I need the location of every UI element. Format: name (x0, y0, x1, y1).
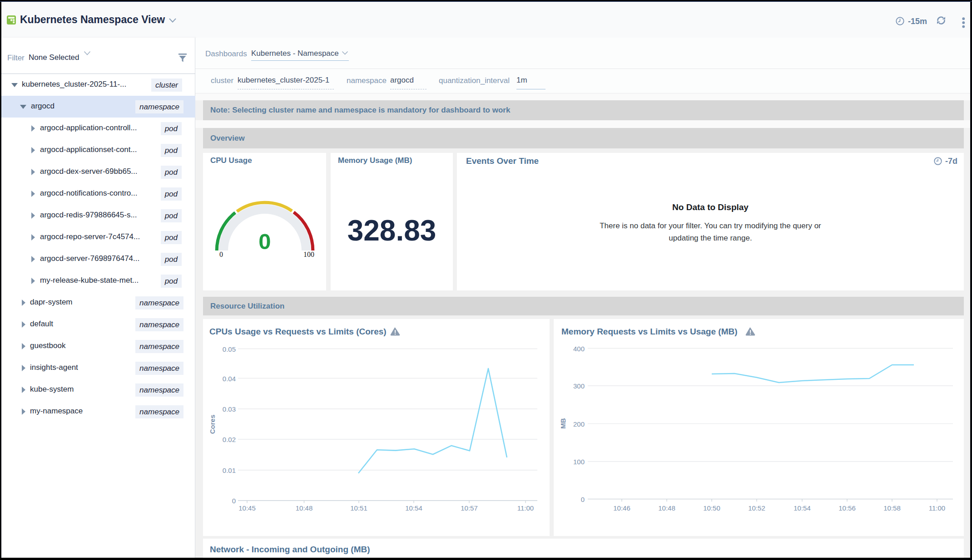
svg-text:10:57: 10:57 (461, 504, 478, 512)
svg-text:10:58: 10:58 (883, 504, 901, 512)
svg-text:100: 100 (303, 251, 314, 258)
svg-text:300: 300 (573, 382, 585, 390)
svg-text:10:48: 10:48 (658, 504, 675, 512)
svg-text:200: 200 (573, 420, 585, 428)
svg-text:0: 0 (258, 229, 271, 254)
svg-text:0.04: 0.04 (223, 375, 236, 383)
svg-text:400: 400 (573, 345, 585, 353)
svg-text:11:00: 11:00 (929, 504, 945, 512)
svg-text:0.05: 0.05 (223, 345, 236, 353)
svg-text:0.03: 0.03 (223, 405, 236, 413)
svg-text:10:54: 10:54 (405, 504, 422, 512)
svg-text:11:00: 11:00 (517, 504, 534, 512)
svg-text:100: 100 (573, 458, 585, 466)
svg-text:10:52: 10:52 (748, 504, 765, 512)
svg-text:10:50: 10:50 (703, 504, 720, 512)
svg-text:MB: MB (559, 418, 567, 428)
svg-text:Cores: Cores (208, 415, 216, 434)
svg-text:0: 0 (219, 251, 223, 258)
svg-text:10:48: 10:48 (296, 504, 313, 512)
svg-text:10:45: 10:45 (238, 504, 256, 512)
svg-text:10:51: 10:51 (350, 504, 367, 512)
svg-text:10:54: 10:54 (793, 504, 811, 512)
svg-text:0: 0 (581, 496, 585, 503)
svg-text:0: 0 (232, 497, 236, 505)
svg-text:0.02: 0.02 (223, 436, 236, 443)
svg-text:10:46: 10:46 (613, 504, 630, 512)
svg-text:0.01: 0.01 (223, 467, 236, 474)
svg-text:10:56: 10:56 (838, 504, 856, 512)
